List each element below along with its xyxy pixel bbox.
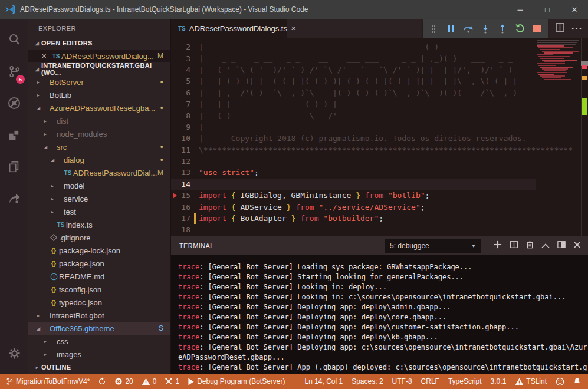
statusbar-tslint-status[interactable]: TSLint bbox=[515, 377, 547, 385]
step-into-icon[interactable] bbox=[479, 22, 492, 35]
play-icon bbox=[188, 378, 195, 385]
status-bar: MigrationToBotFmwV4*2001Debug Program (B… bbox=[0, 374, 588, 389]
item-label: BotLib bbox=[50, 91, 71, 100]
tab-close-icon[interactable]: ✕ bbox=[291, 25, 296, 32]
twistie-expanded-icon: ◢ bbox=[34, 326, 42, 331]
terminal-line: trace: [General Bot Server] Deploying ap… bbox=[178, 342, 588, 362]
terminal-output[interactable]: trace: [General Bot Server] Loading sys … bbox=[171, 255, 588, 374]
tools-icon bbox=[165, 377, 173, 385]
folder-item-intranetbot.gbot[interactable]: ▸IntranetBot.gbot bbox=[28, 309, 170, 322]
drag-grip[interactable] bbox=[427, 22, 440, 35]
minimize-button[interactable]: ─ bbox=[507, 0, 534, 19]
split-terminal-icon[interactable] bbox=[510, 240, 518, 251]
outline-section-header[interactable]: ▸ OUTLINE bbox=[28, 361, 170, 374]
line-number: 12 bbox=[171, 157, 199, 166]
activity-search-icon[interactable] bbox=[0, 25, 28, 57]
restart-icon[interactable] bbox=[514, 22, 527, 35]
minimap[interactable] bbox=[536, 39, 581, 80]
file-item-readme.md[interactable]: README.md bbox=[28, 270, 170, 283]
file-item-typedoc.json[interactable]: {}typedoc.json bbox=[28, 296, 170, 309]
code-line-10: 10| Copyright 2018 (c) pragmatismo.io. T… bbox=[171, 133, 536, 144]
file-item-package-lock.json[interactable]: {}package-lock.json bbox=[28, 244, 170, 257]
statusbar-debug-launch-status[interactable]: Debug Program (BotServer) bbox=[188, 377, 285, 385]
folder-item-model[interactable]: ▸model bbox=[28, 179, 170, 192]
code-editor[interactable]: 2| ( )_ _3| _ _ _ __ _ _ __ ___ ___ _ _ … bbox=[171, 38, 588, 236]
stop-icon[interactable] bbox=[531, 22, 544, 35]
modified-badge: M bbox=[157, 52, 163, 60]
statusbar-language-mode[interactable]: TypeScript bbox=[448, 377, 482, 385]
terminal-line: trace: [General Bot Server] Loading sys … bbox=[178, 262, 588, 272]
git-status-badge: S bbox=[159, 324, 163, 332]
git-status-badge: M bbox=[157, 169, 163, 177]
folder-item-test[interactable]: ▸test bbox=[28, 205, 170, 218]
folder-item-botlib[interactable]: ▸BotLib bbox=[28, 88, 170, 101]
new-terminal-icon[interactable] bbox=[494, 240, 502, 251]
maximize-button[interactable]: □ bbox=[534, 0, 561, 19]
close-button[interactable]: ✕ bbox=[561, 0, 588, 19]
statusbar-sync-status[interactable] bbox=[98, 377, 106, 385]
tab-adresetpassworddialogs[interactable]: TS ADResetPasswordDialogs.ts ✕ bbox=[171, 19, 287, 38]
workspace-section-header[interactable]: ◢ INTRANETBOTQUICKSTART.GBAI (WO... bbox=[28, 62, 170, 75]
statusbar-tasks-count[interactable]: 1 bbox=[165, 377, 179, 385]
folder-item-service[interactable]: ▸service bbox=[28, 192, 170, 205]
close-editor-icon[interactable]: ✕ bbox=[41, 52, 51, 60]
kill-terminal-icon[interactable] bbox=[526, 240, 534, 251]
item-label: dialog bbox=[64, 156, 84, 164]
folder-item-botserver[interactable]: ▸BotServer● bbox=[28, 75, 170, 88]
activity-source-control-icon[interactable]: 5 bbox=[0, 57, 28, 88]
statusbar-ts-version[interactable]: 3.0.1 bbox=[491, 377, 507, 385]
statusbar-notifications-bell[interactable] bbox=[573, 377, 581, 385]
pause-icon[interactable] bbox=[445, 22, 458, 35]
activity-share-icon[interactable] bbox=[0, 184, 28, 216]
folder-item-images[interactable]: ▸images bbox=[28, 348, 170, 361]
file-item-.gitignore[interactable]: .gitignore bbox=[28, 231, 170, 244]
terminal-select[interactable]: 5: debuggee ▼ bbox=[385, 239, 481, 253]
more-actions-icon[interactable]: ··· bbox=[571, 24, 583, 34]
close-panel-icon[interactable] bbox=[573, 240, 581, 251]
maximize-panel-icon[interactable] bbox=[541, 240, 550, 251]
item-label: node_modules bbox=[57, 130, 107, 139]
activity-debug-icon[interactable] bbox=[0, 88, 28, 120]
statusbar-feedback-smiley[interactable] bbox=[556, 377, 564, 386]
activity-documents-icon[interactable] bbox=[0, 152, 28, 184]
twistie-expanded-icon: ◢ bbox=[33, 67, 41, 72]
statusbar-errors-count[interactable]: 20 bbox=[114, 377, 133, 385]
statusbar-indentation[interactable]: Spaces: 2 bbox=[352, 377, 383, 385]
twistie-expanded-icon: ◢ bbox=[33, 41, 41, 46]
terminal-line: trace: [General Bot Server] Deploying ap… bbox=[178, 322, 588, 332]
folder-item-node-modules[interactable]: ▸node_modules bbox=[28, 127, 170, 140]
open-editors-header[interactable]: ◢ OPEN EDITORS bbox=[28, 37, 170, 50]
open-editor-item[interactable]: ✕ TS ADResetPasswordDialog... M bbox=[28, 50, 170, 62]
statusbar-git-branch-status[interactable]: MigrationToBotFmwV4* bbox=[6, 377, 90, 385]
activity-settings-gear-icon[interactable] bbox=[0, 338, 28, 370]
folder-item-css[interactable]: ▸css bbox=[28, 335, 170, 348]
tab-terminal[interactable]: TERMINAL bbox=[178, 238, 215, 253]
file-tree: ▸BotServer●▸BotLib◢AzureADPasswordReset.… bbox=[28, 75, 170, 361]
file-item-adresetpassworddial...[interactable]: TSADResetPasswordDial...M bbox=[28, 166, 170, 179]
folder-item-dialog[interactable]: ◢dialog● bbox=[28, 153, 170, 166]
smiley-icon bbox=[556, 377, 564, 386]
folder-item-dist[interactable]: ▸dist bbox=[28, 114, 170, 127]
activity-bar: 5 bbox=[0, 19, 28, 374]
terminal-panel: TERMINAL 5: debuggee ▼ trace: [General B… bbox=[171, 236, 588, 374]
folder-item-src[interactable]: ◢src● bbox=[28, 140, 170, 153]
statusbar-eol[interactable]: CRLF bbox=[421, 377, 439, 385]
twistie-collapsed-icon: ▸ bbox=[48, 196, 57, 202]
file-item-index.ts[interactable]: TSindex.ts bbox=[28, 218, 170, 231]
folder-item-office365.gbtheme[interactable]: ◢Office365.gbthemeS bbox=[28, 322, 170, 335]
split-editor-icon[interactable] bbox=[556, 23, 564, 34]
statusbar-warnings-count[interactable]: 0 bbox=[142, 377, 157, 385]
statusbar-cursor-position[interactable]: Ln 14, Col 1 bbox=[304, 377, 343, 385]
folder-item-azureadpasswordreset.gba...[interactable]: ◢AzureADPasswordReset.gba...● bbox=[28, 101, 170, 114]
step-out-icon[interactable] bbox=[496, 22, 509, 35]
item-label: dist bbox=[57, 117, 68, 126]
overview-ruler[interactable] bbox=[581, 38, 588, 236]
git-file-icon bbox=[48, 234, 59, 242]
move-panel-icon[interactable] bbox=[557, 240, 566, 251]
step-over-icon[interactable] bbox=[462, 22, 475, 35]
activity-extensions-icon[interactable] bbox=[0, 120, 28, 152]
file-item-tsconfig.json[interactable]: {}tsconfig.json bbox=[28, 283, 170, 296]
title-bar: ADResetPasswordDialogs.ts - IntranetBotQ… bbox=[0, 0, 588, 19]
file-item-package.json[interactable]: {}package.json bbox=[28, 257, 170, 270]
statusbar-encoding[interactable]: UTF-8 bbox=[392, 377, 412, 385]
